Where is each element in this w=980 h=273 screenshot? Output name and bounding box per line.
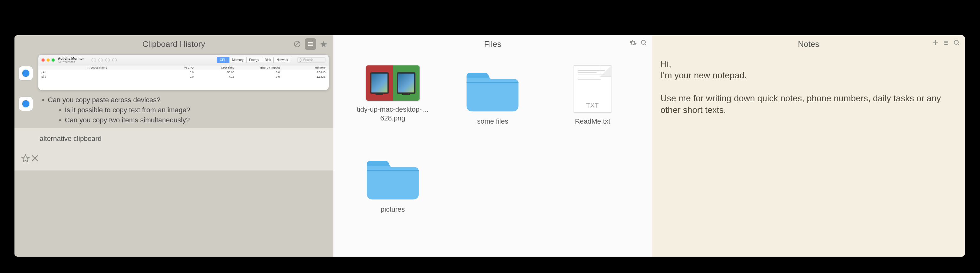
app-stage: Clipboard History bbox=[14, 35, 965, 257]
favorites-filter-button[interactable] bbox=[318, 38, 329, 50]
clipboard-text-preview: Can you copy paste across devices? Is it… bbox=[38, 95, 190, 125]
files-grid: tidy-up-mac-desktop-…628.png some files … bbox=[333, 53, 652, 257]
am-tab-memory: Memory bbox=[229, 57, 246, 63]
screenshot-thumbnail: Activity Monitor All Processes CPU Memor… bbox=[38, 55, 329, 90]
settings-button[interactable] bbox=[629, 39, 637, 49]
search-button[interactable] bbox=[640, 39, 648, 49]
svg-point-18 bbox=[954, 40, 958, 44]
am-tab-cpu: CPU bbox=[217, 57, 229, 63]
notes-search-button[interactable] bbox=[953, 39, 961, 49]
favorite-toggle[interactable] bbox=[21, 154, 30, 164]
am-title: Activity Monitor bbox=[58, 57, 84, 60]
svg-line-12 bbox=[645, 44, 646, 45]
clipboard-title: Clipboard History bbox=[142, 39, 205, 49]
notes-list-button[interactable] bbox=[942, 39, 950, 49]
file-item-txt[interactable]: TXT ReadMe.txt bbox=[552, 65, 633, 126]
am-tab-energy: Energy bbox=[246, 57, 262, 63]
am-row: pkd 0.0 55.05 0.0 4.5 MB bbox=[38, 70, 329, 75]
svg-line-19 bbox=[958, 44, 959, 45]
folder-icon bbox=[363, 154, 423, 201]
clip-line: Is it possible to copy text from an imag… bbox=[65, 106, 190, 114]
clipboard-selected-text: alternative clipboard bbox=[18, 133, 102, 148]
notes-body[interactable]: Hi, I'm your new notepad. Use me for wri… bbox=[652, 53, 965, 257]
am-search-placeholder: Search bbox=[303, 58, 313, 62]
file-item-folder[interactable]: some files bbox=[452, 65, 533, 126]
clipboard-list: Activity Monitor All Processes CPU Memor… bbox=[14, 53, 333, 257]
clipboard-header-icons bbox=[291, 38, 329, 50]
clip-line: Can you copy paste across devices? bbox=[48, 96, 161, 104]
folder-icon bbox=[463, 65, 522, 113]
file-label: pictures bbox=[380, 205, 405, 214]
am-subtitle: All Processes bbox=[58, 60, 84, 63]
svg-point-11 bbox=[641, 40, 645, 44]
am-tabs: CPU Memory Energy Disk Network bbox=[217, 57, 291, 63]
am-row: pkd 0.0 4.16 0.0 1.1 MB bbox=[38, 75, 329, 79]
clear-history-button[interactable] bbox=[291, 38, 303, 50]
am-search: Search bbox=[297, 57, 326, 63]
window-traffic-lights bbox=[41, 59, 55, 62]
svg-point-6 bbox=[22, 70, 30, 77]
am-col-cputime: CPU Time bbox=[194, 66, 234, 69]
file-item-folder[interactable]: pictures bbox=[352, 154, 434, 214]
txt-file-icon: TXT bbox=[574, 65, 611, 113]
am-col-energy: Energy Impact bbox=[234, 66, 280, 69]
clipboard-panel: Clipboard History bbox=[14, 35, 333, 257]
files-title: Files bbox=[484, 39, 501, 49]
activity-monitor-preview: Activity Monitor All Processes CPU Memor… bbox=[38, 55, 329, 90]
file-item-image[interactable]: tidy-up-mac-desktop-…628.png bbox=[352, 65, 434, 122]
files-header: Files bbox=[333, 35, 652, 53]
image-thumbnail bbox=[366, 65, 420, 101]
svg-line-1 bbox=[295, 42, 299, 46]
am-tab-network: Network bbox=[274, 57, 291, 63]
notes-title: Notes bbox=[798, 39, 819, 49]
safari-icon bbox=[19, 97, 33, 111]
notes-panel: Notes Hi, I'm your new notepad. Use me f… bbox=[652, 35, 965, 257]
list-view-button[interactable] bbox=[305, 38, 316, 50]
clipboard-item-text[interactable]: Can you copy paste across devices? Is it… bbox=[14, 92, 333, 128]
clipboard-header: Clipboard History bbox=[14, 35, 333, 53]
clipboard-item-selected[interactable]: alternative clipboard bbox=[14, 128, 333, 170]
file-label: some files bbox=[477, 117, 508, 126]
am-col-cpu: % CPU bbox=[153, 66, 194, 69]
am-col-memory: Memory bbox=[280, 66, 326, 69]
am-col-process: Process Name bbox=[41, 66, 153, 69]
clipboard-item-screenshot[interactable]: Activity Monitor All Processes CPU Memor… bbox=[14, 53, 333, 92]
file-label: ReadMe.txt bbox=[575, 117, 611, 126]
new-note-button[interactable] bbox=[932, 39, 939, 49]
file-label: tidy-up-mac-desktop-…628.png bbox=[352, 105, 434, 122]
delete-button[interactable] bbox=[30, 154, 40, 164]
file-extension: TXT bbox=[574, 102, 611, 109]
am-tab-disk: Disk bbox=[262, 57, 274, 63]
svg-point-8 bbox=[22, 100, 30, 108]
clip-line: Can you copy two items simultaneously? bbox=[65, 116, 190, 124]
files-panel: Files tidy-up-mac-desktop-…628.png bbox=[333, 35, 652, 257]
safari-icon bbox=[19, 67, 33, 80]
notes-header: Notes bbox=[652, 35, 965, 53]
